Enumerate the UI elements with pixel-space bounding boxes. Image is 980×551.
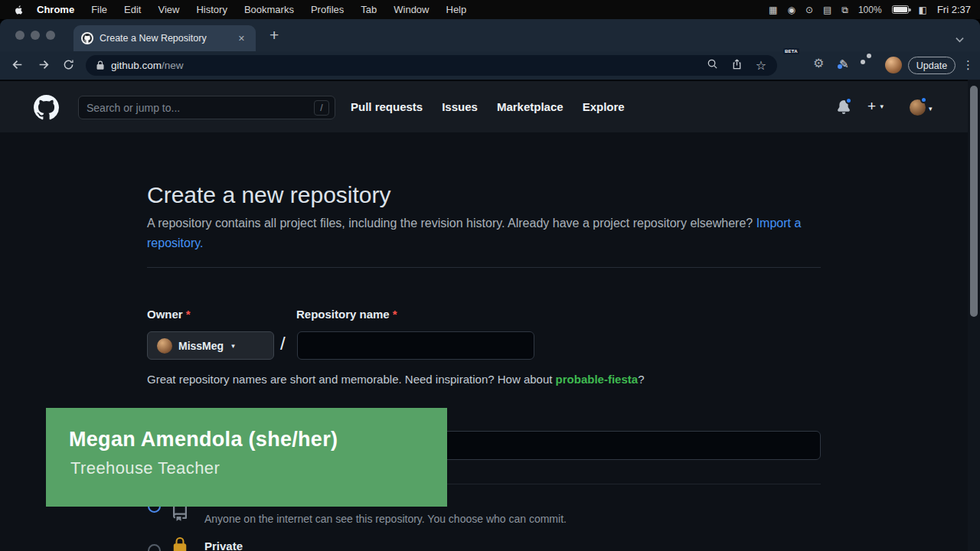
- presenter-role: Treehouse Teacher: [70, 458, 220, 478]
- owner-caret-icon: ▾: [231, 342, 235, 350]
- github-search-box: /: [78, 96, 335, 119]
- owner-name: MissMeg: [178, 340, 224, 352]
- menu-item-help[interactable]: Help: [438, 4, 475, 15]
- tab-close-icon[interactable]: ✕: [235, 32, 248, 45]
- repo-name-hint: Great repository names are short and mem…: [147, 373, 644, 386]
- github-nav: Pull requests Issues Marketplace Explore: [351, 81, 625, 132]
- screen: Chrome File Edit View History Bookmarks …: [0, 0, 980, 551]
- scrollbar-thumb[interactable]: [970, 86, 978, 317]
- update-button[interactable]: Update: [908, 57, 956, 74]
- screen-mirroring-icon[interactable]: ⧉: [841, 5, 848, 15]
- window-manager-icon[interactable]: ▦: [769, 5, 777, 15]
- repository-name-label: Repository name*: [296, 308, 397, 321]
- divider: [147, 267, 821, 268]
- avatar-notification-dot: [920, 96, 927, 103]
- menu-item-profiles[interactable]: Profiles: [302, 4, 352, 15]
- intro-text: A repository contains all project files,…: [147, 214, 821, 253]
- url-domain: github.com: [111, 60, 162, 71]
- nav-issues[interactable]: Issues: [442, 100, 478, 113]
- menu-item-tab[interactable]: Tab: [352, 4, 385, 15]
- presenter-name: Megan Amendola (she/her): [69, 428, 338, 452]
- repository-name-input[interactable]: [297, 331, 534, 360]
- display-icon[interactable]: ▤: [823, 5, 831, 15]
- forward-icon[interactable]: [37, 58, 51, 74]
- browser-profile-avatar[interactable]: [885, 57, 902, 73]
- nav-explore[interactable]: Explore: [583, 100, 625, 113]
- public-description: Anyone on the internet can see this repo…: [204, 513, 567, 525]
- url-path: /new: [162, 60, 184, 71]
- lock-private-icon: [172, 537, 188, 551]
- github-favicon: [81, 32, 93, 44]
- bookmark-star-icon[interactable]: ☆: [756, 60, 766, 72]
- battery-percent-label: 100%: [858, 5, 882, 15]
- private-label[interactable]: Private: [204, 540, 243, 551]
- browser-tab-strip: Create a New Repository ✕ +: [0, 19, 980, 51]
- browser-tab[interactable]: Create a New Repository ✕: [74, 25, 256, 51]
- share-icon[interactable]: [731, 58, 743, 73]
- browser-menu-icon[interactable]: ⋮: [962, 58, 974, 72]
- menu-item-bookmarks[interactable]: Bookmarks: [236, 4, 302, 15]
- owner-label: Owner*: [147, 308, 191, 321]
- menu-item-chrome[interactable]: Chrome: [28, 4, 83, 15]
- menu-item-file[interactable]: File: [83, 4, 116, 15]
- address-bar[interactable]: github.com/new ☆: [86, 55, 777, 76]
- apple-menu-icon[interactable]: [11, 5, 28, 15]
- record-icon[interactable]: ⊙: [805, 5, 813, 15]
- close-window-button[interactable]: [15, 31, 24, 40]
- extension-gear-icon[interactable]: ⚙: [813, 55, 824, 72]
- macos-menu-bar: Chrome File Edit View History Bookmarks …: [0, 0, 980, 19]
- audio-icon[interactable]: ◉: [787, 5, 795, 15]
- avatar-caret-icon[interactable]: ▾: [929, 105, 933, 112]
- control-center-icon[interactable]: ◧: [919, 5, 927, 15]
- presenter-overlay: Megan Amendola (she/her) Treehouse Teach…: [46, 408, 447, 507]
- reload-icon[interactable]: [63, 59, 74, 73]
- battery-icon[interactable]: [892, 5, 909, 14]
- create-new-plus-icon[interactable]: + ▾: [867, 98, 884, 115]
- minimize-window-button[interactable]: [31, 31, 40, 40]
- nav-marketplace[interactable]: Marketplace: [497, 100, 564, 113]
- owner-repo-separator: /: [280, 333, 286, 354]
- zoom-icon[interactable]: [707, 58, 718, 73]
- github-logo[interactable]: [34, 95, 59, 123]
- search-shortcut-hint: /: [314, 100, 329, 116]
- private-radio[interactable]: [148, 544, 161, 551]
- new-tab-button[interactable]: +: [265, 24, 283, 46]
- menu-item-window[interactable]: Window: [385, 4, 437, 15]
- lock-icon[interactable]: [96, 60, 105, 70]
- back-icon[interactable]: [11, 58, 24, 74]
- page-title: Create a new repository: [147, 182, 391, 208]
- menu-item-history[interactable]: History: [188, 4, 235, 15]
- owner-select-button[interactable]: MissMeg ▾: [147, 331, 274, 360]
- github-header: / Pull requests Issues Marketplace Explo…: [0, 80, 980, 132]
- tab-search-chevron-icon[interactable]: [956, 32, 964, 46]
- page-scrollbar: [968, 80, 980, 551]
- nav-pull-requests[interactable]: Pull requests: [351, 100, 423, 113]
- zoom-window-button[interactable]: [46, 31, 55, 40]
- url-text[interactable]: github.com/new: [111, 60, 184, 71]
- required-asterisk: *: [186, 308, 191, 321]
- extension-pen-icon[interactable]: ✎: [839, 57, 849, 70]
- menu-item-edit[interactable]: Edit: [116, 4, 149, 15]
- notification-dot: [845, 97, 852, 104]
- tab-title: Create a New Repository: [100, 33, 207, 44]
- menu-item-view[interactable]: View: [149, 4, 188, 15]
- window-controls: [15, 31, 55, 40]
- github-search-input[interactable]: [79, 102, 314, 114]
- required-asterisk: *: [393, 308, 397, 321]
- menu-bar-clock[interactable]: Fri 2:37: [937, 4, 971, 15]
- owner-avatar: [157, 338, 172, 354]
- suggested-repo-name: probable-fiesta: [556, 373, 639, 386]
- browser-toolbar: github.com/new ☆ BETA ⚙ ✎ Update ⋮: [0, 51, 980, 80]
